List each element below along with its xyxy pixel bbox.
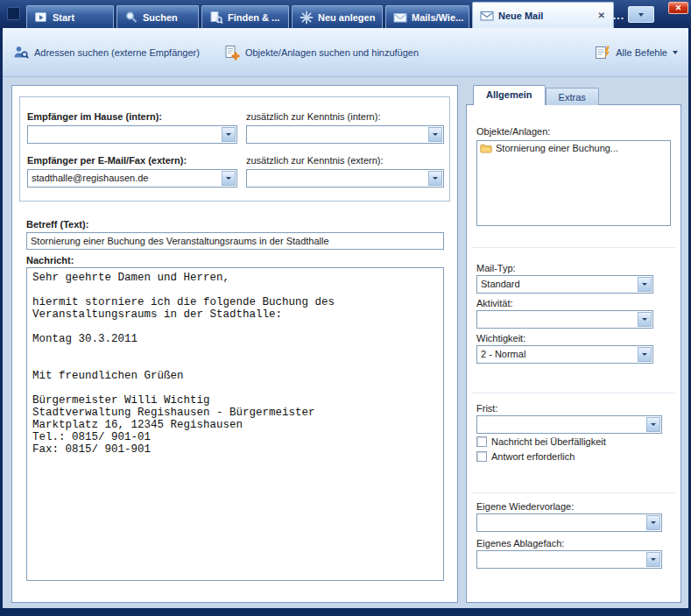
tab-overflow-indicator: ... xyxy=(613,10,624,22)
chevron-down-icon xyxy=(433,177,438,180)
cc-intern-combobox[interactable] xyxy=(246,125,444,144)
tab-bar: Start Suchen Finden & ... Neu anlegen Ma… xyxy=(0,0,691,28)
deadline-label: Frist: xyxy=(476,403,497,414)
chevron-down-icon xyxy=(651,558,656,561)
combobox-dropdown-button[interactable] xyxy=(222,171,236,186)
all-commands-button[interactable]: Alle Befehle xyxy=(595,45,678,60)
reply-required-checkbox[interactable] xyxy=(476,451,487,462)
allgemein-tab-content: Objekte/Anlagen: Stornierung einer Buchu… xyxy=(466,104,681,603)
cc-intern-label: zusätzlich zur Kenntnis (intern): xyxy=(246,111,380,122)
tab-mails-wiedervorlagen[interactable]: Mails/Wie... xyxy=(385,5,469,28)
mail-form-panel: Empfänger im Hause (intern): zusätzlich … xyxy=(11,85,458,603)
mail-type-label: Mail-Typ: xyxy=(476,263,516,273)
chevron-down-icon xyxy=(673,51,678,54)
tab-label: Neu anlegen xyxy=(318,12,375,23)
start-icon xyxy=(34,11,48,25)
address-search-button[interactable]: Adressen suchen (externe Empfänger) xyxy=(13,45,200,60)
list-item[interactable]: Stornierung einer Buchung... xyxy=(477,141,670,155)
combobox-dropdown-button[interactable] xyxy=(638,312,652,327)
subject-input[interactable] xyxy=(26,232,444,250)
tab-suchen[interactable]: Suchen xyxy=(116,5,199,28)
activity-label: Aktivität: xyxy=(476,298,513,308)
mail-type-combobox[interactable]: Standard xyxy=(476,275,653,294)
cc-extern-combobox[interactable] xyxy=(246,169,444,188)
recipient-extern-combobox[interactable]: stadthalle@regishausen.de xyxy=(27,169,237,188)
tab-close-icon[interactable]: ✕ xyxy=(597,11,606,20)
content-area: Empfänger im Hause (intern): zusätzlich … xyxy=(3,77,688,608)
attachment-add-icon xyxy=(224,45,240,60)
tab-neu-anlegen[interactable]: Neu anlegen xyxy=(292,5,383,28)
recipient-intern-combobox[interactable] xyxy=(27,125,237,144)
properties-tab-strip: Allgemein Extras xyxy=(473,85,599,105)
combobox-value: stadthalle@regishausen.de xyxy=(32,173,219,183)
window-close-button[interactable]: ✕ xyxy=(668,2,688,14)
tab-allgemein[interactable]: Allgemein xyxy=(473,85,546,105)
combobox-dropdown-button[interactable] xyxy=(428,127,442,142)
recipient-extern-label: Empfänger per E-Mail/Fax (extern): xyxy=(27,155,187,166)
separator xyxy=(472,393,675,393)
folder-icon xyxy=(480,143,492,153)
commands-icon xyxy=(595,45,610,60)
address-search-label: Adressen suchen (externe Empfänger) xyxy=(34,47,200,58)
combobox-dropdown-button[interactable] xyxy=(428,171,442,186)
toolbar: Adressen suchen (externe Empfänger) Obje… xyxy=(3,28,688,77)
overdue-checkbox-row: Nachricht bei Überfälligkeit xyxy=(476,436,606,447)
tab-list-dropdown-button[interactable] xyxy=(628,6,654,23)
overdue-checkbox[interactable] xyxy=(476,436,487,447)
chevron-down-icon xyxy=(226,177,231,180)
reply-required-checkbox-row: Antwort erforderlich xyxy=(476,451,575,462)
reply-required-checkbox-label: Antwort erforderlich xyxy=(491,451,575,462)
mails-icon xyxy=(393,11,407,25)
chevron-down-icon xyxy=(638,13,644,17)
properties-panel: Allgemein Extras Objekte/Anlagen: Storni… xyxy=(466,85,681,603)
message-textarea[interactable]: Sehr geehrte Damen und Herren, hiermit s… xyxy=(26,267,444,581)
overdue-checkbox-label: Nachricht bei Überfälligkeit xyxy=(491,436,606,447)
filing-combobox[interactable] xyxy=(476,550,662,569)
activity-combobox[interactable] xyxy=(476,310,653,329)
chevron-down-icon xyxy=(433,133,438,136)
new-item-icon xyxy=(300,11,314,25)
attachments-label: Objekte/Anlagen: xyxy=(476,126,550,137)
combobox-dropdown-button[interactable] xyxy=(638,347,652,362)
importance-combobox[interactable]: 2 - Normal xyxy=(476,345,653,364)
person-search-icon xyxy=(13,45,29,60)
chevron-down-icon xyxy=(651,423,656,426)
combobox-dropdown-button[interactable] xyxy=(646,417,660,432)
app-icon xyxy=(7,7,20,20)
combobox-dropdown-button[interactable] xyxy=(222,127,236,142)
message-label: Nachricht: xyxy=(26,255,74,266)
combobox-dropdown-button[interactable] xyxy=(646,515,660,530)
tab-start[interactable]: Start xyxy=(26,5,114,28)
mail-icon xyxy=(480,9,494,23)
attachments-listbox[interactable]: Stornierung einer Buchung... xyxy=(476,140,671,226)
combobox-dropdown-button[interactable] xyxy=(638,277,652,292)
separator xyxy=(472,247,675,248)
deadline-combobox[interactable] xyxy=(476,415,662,434)
chevron-down-icon xyxy=(642,353,647,356)
attachment-search-button[interactable]: Objekte/Anlagen suchen und hinzufügen xyxy=(224,45,419,60)
chevron-down-icon xyxy=(642,283,647,286)
combobox-dropdown-button[interactable] xyxy=(646,552,660,567)
tab-label: Start xyxy=(53,12,74,23)
tab-label: Finden & ... xyxy=(228,12,279,23)
find-icon xyxy=(209,11,223,25)
chevron-down-icon xyxy=(651,521,656,524)
tab-neue-mail[interactable]: Neue Mail ✕ xyxy=(472,2,614,28)
cc-extern-label: zusätzlich zur Kenntnis (extern): xyxy=(246,155,384,166)
all-commands-label: Alle Befehle xyxy=(616,47,667,58)
combobox-value: Standard xyxy=(481,279,635,289)
filing-label: Eigenes Ablagefach: xyxy=(476,538,564,549)
resubmission-label: Eigene Wiedervorlage: xyxy=(476,501,574,512)
resubmission-combobox[interactable] xyxy=(476,513,662,532)
tab-label: Neue Mail xyxy=(498,11,543,21)
tab-label: Mails/Wie... xyxy=(412,12,463,23)
tab-finden[interactable]: Finden & ... xyxy=(201,5,289,28)
recipient-intern-label: Empfänger im Hause (intern): xyxy=(27,111,162,122)
combobox-value: 2 - Normal xyxy=(481,349,635,359)
recipients-group: Empfänger im Hause (intern): zusätzlich … xyxy=(19,96,450,202)
search-icon xyxy=(124,11,138,25)
attachment-search-label: Objekte/Anlagen suchen und hinzufügen xyxy=(245,47,419,58)
tab-extras[interactable]: Extras xyxy=(546,88,599,105)
tab-label: Suchen xyxy=(143,12,178,23)
subject-label: Betreff (Text): xyxy=(26,219,88,230)
